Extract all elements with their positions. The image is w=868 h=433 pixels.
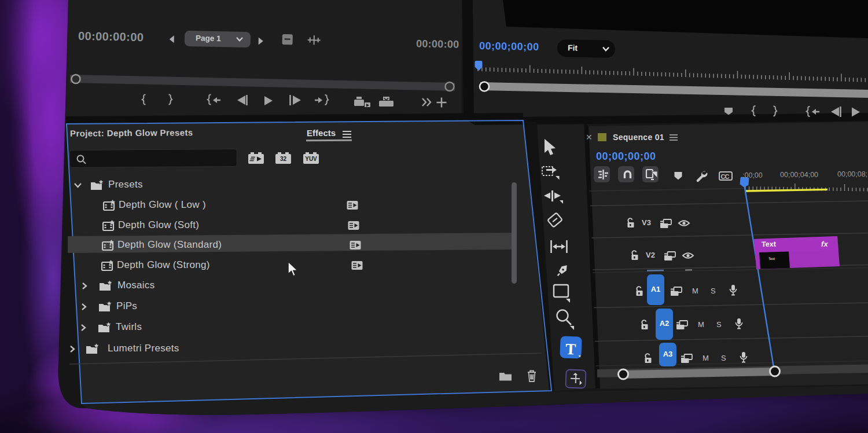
svg-text:T: T bbox=[565, 340, 576, 358]
